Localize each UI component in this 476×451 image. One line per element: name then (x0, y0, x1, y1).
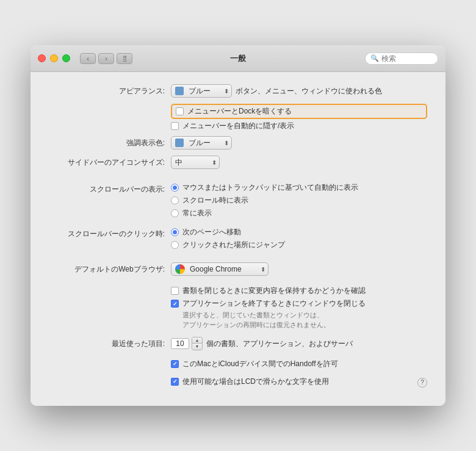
appearance-label: アピアランス: (49, 84, 171, 98)
close-windows-sub: 選択すると、閉じていた書類とウィンドウは、 アプリケーションの再開時には復元され… (171, 311, 427, 330)
grid-button[interactable]: ⣿ (117, 53, 132, 64)
scrollclick-opt2-row: クリックされた場所にジャンプ (171, 240, 285, 250)
scrollbar-opt1-label: マウスまたはトラックパッドに基づいて自動的に表示 (182, 182, 358, 193)
handoff-label: このMacとiCloudデバイス間でのHandoffを許可 (182, 359, 338, 369)
minimize-button[interactable] (50, 54, 58, 62)
browser-row: デフォルトのWebブラウザ: Google Chrome ⬍ (49, 262, 427, 277)
help-button[interactable]: ? (417, 378, 427, 388)
menu-dark-row: メニューバーとDockを暗くする (171, 104, 427, 119)
traffic-lights (38, 54, 70, 62)
chrome-icon (175, 264, 185, 274)
settings-content: アピアランス: ブルー ⬍ ボタン、メニュー、ウィンドウに使われる色 メニューバ… (31, 72, 445, 406)
lcd-checkbox[interactable] (171, 378, 179, 386)
recent-up[interactable]: ▲ (192, 337, 202, 344)
sidebar-control: 中 ⬍ (171, 156, 427, 169)
browser-arrow: ⬍ (261, 266, 265, 273)
recent-row: 最近使った項目: 10 ▲ ▼ 個の書類、アプリケーション、およびサーバ (49, 337, 427, 352)
sidebar-arrow: ⬍ (212, 159, 217, 166)
handoff-section: このMacとiCloudデバイス間でのHandoffを許可 (171, 359, 427, 369)
scrollclick-opt2-label: クリックされた場所にジャンプ (182, 240, 285, 250)
nav-buttons: ‹ › (80, 53, 114, 64)
scrollclick-label: スクロールバーのクリック時: (49, 227, 171, 240)
sidebar-label: サイドバーのアイコンサイズ: (49, 156, 171, 169)
sidebar-row: サイドバーのアイコンサイズ: 中 ⬍ (49, 156, 427, 170)
appearance-options: メニューバーとDockを暗くする メニューバーを自動的に隠す/表示 (171, 104, 427, 131)
menu-dark-checkbox[interactable] (176, 107, 184, 115)
scrollbar-opt3-radio[interactable] (171, 209, 179, 217)
save-docs-row: 書類を閉じるときに変更内容を保持するかどうかを確認 (171, 286, 427, 296)
recent-label: 最近使った項目: (49, 337, 171, 350)
search-input[interactable] (381, 54, 433, 63)
scrollbar-row: スクロールバーの表示: マウスまたはトラックパッドに基づいて自動的に表示 スクロ… (49, 182, 427, 218)
recent-stepper: 10 ▲ ▼ (171, 337, 203, 350)
search-icon: 🔍 (370, 54, 379, 62)
close-windows-row: アプリケーションを終了するときにウィンドウを閉じる (171, 298, 427, 309)
recent-control: 10 ▲ ▼ 個の書類、アプリケーション、およびサーバ (171, 337, 427, 350)
appearance-arrow: ⬍ (224, 88, 229, 95)
scrollclick-row: スクロールバーのクリック時: 次のページへ移動 クリックされた場所にジャンプ (49, 227, 427, 250)
browser-control: Google Chrome ⬍ (171, 262, 427, 276)
scrollclick-opt1-radio[interactable] (171, 228, 179, 236)
scrollbar-control: マウスまたはトラックパッドに基づいて自動的に表示 スクロール時に表示 常に表示 (171, 182, 427, 218)
appearance-value: ブルー (189, 86, 211, 96)
menu-dark-label: メニューバーとDockを暗くする (187, 106, 292, 117)
browser-value: Google Chrome (190, 265, 242, 273)
save-docs-section: 書類を閉じるときに変更内容を保持するかどうかを確認 アプリケーションを終了すると… (171, 286, 427, 330)
menu-auto-row: メニューバーを自動的に隠す/表示 (171, 121, 427, 131)
save-docs-label: 書類を閉じるときに変更内容を保持するかどうかを確認 (182, 286, 366, 296)
browser-select[interactable]: Google Chrome ⬍ (171, 262, 269, 276)
scrollclick-control: 次のページへ移動 クリックされた場所にジャンプ (171, 227, 427, 250)
forward-button[interactable]: › (98, 53, 114, 64)
scrollclick-opt1-label: 次のページへ移動 (182, 227, 241, 237)
lcd-row: 使用可能な場合はLCDで滑らかな文字を使用 (171, 377, 417, 387)
back-button[interactable]: ‹ (80, 53, 96, 64)
highlight-row: 強調表示色: ブルー ⬍ (49, 136, 427, 151)
scrollclick-opt1-row: 次のページへ移動 (171, 227, 285, 237)
highlight-select[interactable]: ブルー ⬍ (171, 136, 232, 150)
scrollbar-opt2-radio[interactable] (171, 197, 179, 204)
highlight-control: ブルー ⬍ (171, 136, 427, 150)
appearance-hint: ボタン、メニュー、ウィンドウに使われる色 (236, 84, 382, 98)
highlight-value: ブルー (189, 138, 211, 148)
titlebar: ‹ › ⣿ 一般 🔍 (31, 45, 445, 72)
save-docs-checkbox[interactable] (171, 287, 179, 295)
highlight-arrow: ⬍ (224, 140, 229, 146)
preferences-window: ‹ › ⣿ 一般 🔍 アピアランス: ブルー ⬍ ボタン、メニュー、ウィンドウに… (31, 45, 445, 406)
recent-arrows: ▲ ▼ (192, 337, 203, 350)
highlight-label: 強調表示色: (49, 136, 171, 150)
browser-label: デフォルトのWebブラウザ: (49, 262, 171, 276)
search-box[interactable]: 🔍 (365, 52, 438, 65)
scrollbar-opt2-row: スクロール時に表示 (171, 195, 358, 206)
recent-value: 10 (171, 338, 189, 349)
recent-down[interactable]: ▼ (192, 344, 202, 350)
scrollbar-opt1-radio[interactable] (171, 184, 179, 192)
sidebar-value: 中 (175, 157, 182, 168)
scrollbar-label: スクロールバーの表示: (49, 182, 171, 196)
scrollbar-opt2-label: スクロール時に表示 (182, 195, 248, 206)
handoff-row: このMacとiCloudデバイス間でのHandoffを許可 (171, 359, 427, 369)
handoff-checkbox[interactable] (171, 360, 179, 368)
menu-auto-checkbox[interactable] (171, 122, 179, 130)
scrollbar-opt3-row: 常に表示 (171, 208, 358, 218)
appearance-control: ブルー ⬍ ボタン、メニュー、ウィンドウに使われる色 (171, 84, 427, 98)
appearance-row: アピアランス: ブルー ⬍ ボタン、メニュー、ウィンドウに使われる色 (49, 84, 427, 99)
scrollbar-opt1-row: マウスまたはトラックパッドに基づいて自動的に表示 (171, 182, 358, 193)
scrollclick-opt2-radio[interactable] (171, 241, 179, 249)
recent-hint: 個の書類、アプリケーション、およびサーバ (206, 337, 353, 350)
window-title: 一般 (230, 53, 246, 64)
sidebar-select[interactable]: 中 ⬍ (171, 156, 220, 169)
close-button[interactable] (38, 54, 46, 62)
scrollclick-options: 次のページへ移動 クリックされた場所にジャンプ (171, 227, 285, 250)
menu-auto-label: メニューバーを自動的に隠す/表示 (182, 121, 294, 131)
appearance-select[interactable]: ブルー ⬍ (171, 84, 232, 98)
maximize-button[interactable] (62, 54, 70, 62)
lcd-section: 使用可能な場合はLCDで滑らかな文字を使用 ? (171, 377, 427, 389)
scrollbar-options: マウスまたはトラックパッドに基づいて自動的に表示 スクロール時に表示 常に表示 (171, 182, 358, 218)
scrollbar-opt3-label: 常に表示 (182, 208, 212, 218)
close-windows-label: アプリケーションを終了するときにウィンドウを閉じる (182, 298, 366, 309)
lcd-label: 使用可能な場合はLCDで滑らかな文字を使用 (182, 377, 329, 387)
close-windows-checkbox[interactable] (171, 300, 179, 308)
